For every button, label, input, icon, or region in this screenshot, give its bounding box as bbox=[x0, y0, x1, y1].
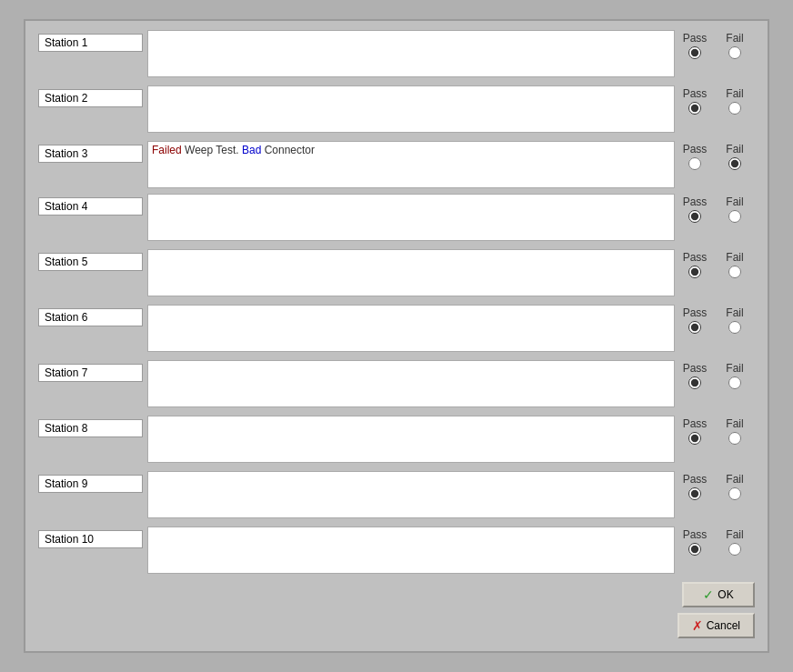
pass-radio-5[interactable] bbox=[688, 266, 701, 278]
pass-label-1: Pass bbox=[682, 32, 708, 45]
fail-radio-1[interactable] bbox=[728, 46, 741, 59]
station-label-4: Station 4 bbox=[38, 197, 143, 216]
fail-radio-3[interactable] bbox=[728, 157, 741, 170]
pass-label-8: Pass bbox=[682, 417, 708, 430]
station-textarea-2[interactable] bbox=[147, 85, 675, 133]
pass-label-5: Pass bbox=[682, 251, 708, 264]
station-textarea-3[interactable]: Failed Weep Test. Bad Connector bbox=[147, 141, 675, 188]
station-label-7: Station 7 bbox=[38, 364, 143, 382]
fail-radio-9[interactable] bbox=[728, 487, 741, 500]
pass-radio-9[interactable] bbox=[688, 487, 701, 500]
station-textarea-5[interactable] bbox=[147, 249, 675, 296]
station-textarea-7[interactable] bbox=[147, 360, 675, 407]
pass-radio-3[interactable] bbox=[688, 157, 701, 170]
stations-container: Station 1PassFailStation 2PassFailStatio… bbox=[38, 30, 755, 577]
pass-radio-4[interactable] bbox=[688, 210, 701, 223]
pass-label-10: Pass bbox=[682, 528, 708, 541]
fail-label-4: Fail bbox=[722, 196, 748, 208]
station-textarea-10[interactable] bbox=[147, 527, 675, 574]
station-row-9: Station 9PassFail bbox=[38, 471, 755, 521]
fail-label-9: Fail bbox=[722, 473, 748, 486]
fail-radio-5[interactable] bbox=[728, 266, 741, 278]
station-row-1: Station 1PassFail bbox=[38, 30, 755, 80]
pass-radio-8[interactable] bbox=[688, 432, 701, 445]
station-label-10: Station 10 bbox=[38, 530, 143, 548]
station-label-3: Station 3 bbox=[38, 145, 143, 163]
fail-label-6: Fail bbox=[722, 306, 748, 319]
pass-label-9: Pass bbox=[682, 473, 708, 486]
station-row-2: Station 2PassFail bbox=[38, 85, 755, 135]
pass-label-6: Pass bbox=[682, 306, 708, 319]
station-textarea-9[interactable] bbox=[147, 471, 675, 518]
fail-label-7: Fail bbox=[722, 362, 748, 375]
fail-radio-6[interactable] bbox=[728, 321, 741, 334]
fail-label-2: Fail bbox=[722, 87, 748, 100]
station-label-6: Station 6 bbox=[38, 308, 143, 326]
station-label-2: Station 2 bbox=[38, 89, 143, 107]
fail-label-8: Fail bbox=[722, 417, 748, 430]
station-label-5: Station 5 bbox=[38, 253, 143, 271]
fail-label-3: Fail bbox=[722, 143, 748, 155]
fail-label-5: Fail bbox=[722, 251, 748, 264]
pass-label-3: Pass bbox=[682, 143, 708, 155]
pass-radio-7[interactable] bbox=[688, 376, 701, 389]
station-row-5: Station 5PassFail bbox=[38, 249, 755, 299]
bottom-buttons: ✓ OK ✗ Cancel bbox=[38, 582, 755, 638]
fail-radio-4[interactable] bbox=[728, 210, 741, 223]
pass-radio-6[interactable] bbox=[688, 321, 701, 334]
pass-label-7: Pass bbox=[682, 362, 708, 375]
fail-label-1: Fail bbox=[722, 32, 748, 45]
cancel-button[interactable]: ✗ Cancel bbox=[678, 613, 755, 638]
station-label-8: Station 8 bbox=[38, 419, 143, 437]
station-row-3: Station 3Failed Weep Test. Bad Connector… bbox=[38, 141, 755, 188]
station-row-7: Station 7PassFail bbox=[38, 360, 755, 410]
pass-radio-2[interactable] bbox=[688, 102, 701, 115]
station-textarea-1[interactable] bbox=[147, 30, 675, 77]
fail-label-10: Fail bbox=[722, 528, 748, 541]
station-label-9: Station 9 bbox=[38, 475, 143, 493]
station-textarea-6[interactable] bbox=[147, 305, 675, 352]
ok-icon: ✓ bbox=[703, 587, 714, 602]
pass-radio-1[interactable] bbox=[688, 46, 701, 59]
pass-label-4: Pass bbox=[682, 196, 708, 208]
ok-label: OK bbox=[718, 588, 733, 601]
station-row-6: Station 6PassFail bbox=[38, 305, 755, 355]
pass-radio-10[interactable] bbox=[688, 543, 701, 556]
cancel-icon: ✗ bbox=[692, 618, 703, 633]
pass-label-2: Pass bbox=[682, 87, 708, 100]
station-row-8: Station 8PassFail bbox=[38, 416, 755, 466]
fail-radio-2[interactable] bbox=[728, 102, 741, 115]
station-row-4: Station 4PassFail bbox=[38, 194, 755, 244]
cancel-label: Cancel bbox=[707, 619, 740, 632]
fail-radio-7[interactable] bbox=[728, 376, 741, 389]
main-dialog: Station 1PassFailStation 2PassFailStatio… bbox=[24, 19, 769, 653]
station-row-10: Station 10PassFail bbox=[38, 527, 755, 577]
fail-radio-10[interactable] bbox=[728, 543, 741, 556]
station-label-1: Station 1 bbox=[38, 34, 143, 52]
fail-radio-8[interactable] bbox=[728, 432, 741, 445]
ok-button[interactable]: ✓ OK bbox=[682, 582, 755, 607]
station-textarea-4[interactable] bbox=[147, 194, 675, 241]
station-textarea-8[interactable] bbox=[147, 416, 675, 463]
